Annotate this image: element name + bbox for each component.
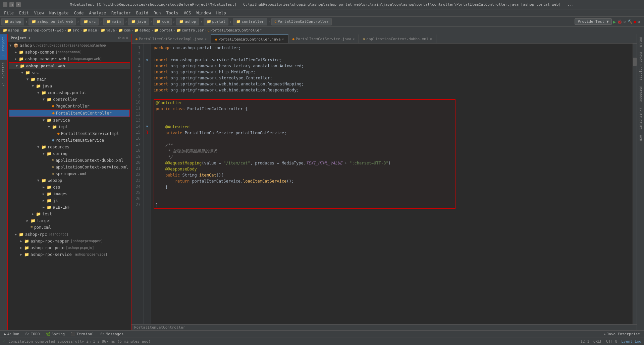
code-content[interactable]: package com.ashop.portal.controller; imp… [151, 44, 633, 324]
bottom-run[interactable]: ▶ 4: Run [1, 331, 22, 338]
bottom-terminal[interactable]: ⬛ Terminal [68, 331, 97, 338]
tree-webinf[interactable]: ▶ 📁 WEB-INF [9, 204, 130, 211]
tree-webapp[interactable]: ▼ 📁 webapp [9, 177, 130, 184]
tree-images[interactable]: ▶ 📁 images [9, 191, 130, 197]
tree-impl-folder[interactable]: ▼ 📁 impl [9, 124, 130, 130]
status-event-log[interactable]: Event Log [621, 339, 641, 344]
tree-main[interactable]: ▼ 📁 main [9, 76, 130, 83]
tree-rpc-pojo[interactable]: ▶ 📁 ashop-rpc-pojo [ashoprpcpojo] [8, 245, 131, 251]
bottom-spring[interactable]: 🌿 Spring [43, 331, 68, 338]
window-minimize[interactable]: − [3, 2, 7, 7]
menu-vcs[interactable]: VCS [181, 9, 194, 16]
window-maximize[interactable]: □ [9, 2, 14, 7]
tree-dubbo-xml[interactable]: ≋ applicationContext-dubbo.xml [9, 157, 130, 164]
menu-run[interactable]: Run [151, 9, 164, 16]
menu-tools[interactable]: Tools [164, 9, 181, 16]
tree-service-interface[interactable]: ● PortalItemCatService [9, 137, 130, 144]
tree-service-folder[interactable]: ▼ 📁 service [9, 117, 130, 124]
project-close[interactable]: × [126, 36, 128, 40]
tree-portal-item-cat-controller[interactable]: ● PortalItemCatController → [9, 110, 130, 117]
project-settings[interactable]: ⚙ [122, 36, 125, 40]
menu-code[interactable]: Code [71, 9, 87, 16]
toolbar-com[interactable]: 📁 com [153, 18, 172, 25]
breadcrumb-src[interactable]: src [72, 28, 79, 32]
menu-window[interactable]: Window [194, 9, 213, 16]
side-tab-structure[interactable]: 2: Favorites [0, 60, 7, 89]
tab-close-controller[interactable]: × [282, 38, 284, 41]
tree-test[interactable]: ▶ 📁 test [9, 211, 130, 217]
breadcrumb-ashop2[interactable]: ashop [140, 28, 151, 32]
stop-button[interactable]: ■ [634, 19, 636, 24]
window-close[interactable]: × [16, 2, 21, 7]
tab-controller[interactable]: ● PortalItemCatController.java × [211, 34, 288, 43]
side-tab-maven[interactable]: Maven Projects [637, 50, 644, 83]
tree-page-controller[interactable]: ● PageController [9, 103, 130, 110]
tab-close-dubbo[interactable]: × [430, 37, 432, 41]
build-button[interactable]: 🔨 [628, 19, 633, 24]
bottom-messages[interactable]: 0: Messages [98, 331, 126, 338]
tree-ashop-common[interactable]: ▶ 📁 ashop-common [ashopcommon] [8, 49, 131, 56]
tree-com-ashop-portal[interactable]: ▼ 📁 com.ashop.portal [9, 89, 130, 96]
fold-icon-3[interactable]: ▼ [146, 58, 148, 62]
side-tab-web[interactable]: Web [637, 132, 644, 144]
breadcrumb-controller[interactable]: controller [182, 28, 204, 32]
side-tab-project[interactable]: 1: Project [0, 34, 7, 60]
tree-service-impl[interactable]: ● PortalItemCatServiceImpl [9, 130, 130, 137]
run-button[interactable]: ▶ [613, 19, 616, 24]
tree-src[interactable]: ▼ 📁 src [9, 69, 130, 76]
tree-manager-web[interactable]: ▶ 📁 ashop-manager-web [ashopmanagerweb] [8, 56, 131, 62]
tree-springmvc-xml[interactable]: ≋ springmvc.xml [9, 170, 130, 177]
side-tab-build[interactable]: Build [637, 34, 644, 50]
tree-ashop-rpc[interactable]: ▶ 📁 ashop-rpc [ashoprpc] [8, 231, 131, 238]
menu-view[interactable]: View [32, 9, 47, 16]
tree-service-xml[interactable]: ≋ applicationContext-service.xml [9, 164, 130, 170]
side-tab-z-structure[interactable]: Z-Structure [637, 105, 644, 132]
toolbar-main[interactable]: 📁 main [103, 18, 124, 25]
run-config-selector[interactable]: ProviderTest ▼ [575, 18, 612, 25]
menu-edit[interactable]: Edit [16, 9, 32, 16]
breadcrumb-ashop-label[interactable]: ashop [8, 28, 19, 32]
toolbar-ashop-portal-web[interactable]: 📁 ashop-portal-web [29, 18, 76, 25]
tab-service[interactable]: ● PortalItemCatService.java × [288, 34, 359, 43]
tab-close-service[interactable]: × [353, 37, 355, 41]
tree-ashop[interactable]: ▼ 📦 ashop C:\githubRepositories\shopping… [8, 42, 131, 49]
breadcrumb-ashop[interactable]: 📁 [3, 28, 7, 32]
tree-controller-folder[interactable]: ▼ 📁 controller [9, 96, 130, 103]
toolbar-ashop[interactable]: 📁 ashop [1, 18, 24, 25]
breadcrumb-portal-web[interactable]: ashop-portal-web [28, 28, 64, 32]
toolbar-controller[interactable]: 📁 controller [233, 18, 267, 25]
breadcrumb-class[interactable]: PortalItemCatController [210, 28, 261, 32]
breadcrumb-java[interactable]: java [106, 28, 115, 32]
toolbar-src[interactable]: 📁 src [80, 18, 99, 25]
tree-css[interactable]: ▶ 📁 css [9, 184, 130, 191]
vertical-scrollbar[interactable] [633, 44, 637, 324]
breadcrumb-portal[interactable]: portal [159, 28, 173, 32]
tree-rpc-service[interactable]: ▶ 📁 ashop-rpc-service [ashoprpcservice] [8, 251, 131, 258]
tab-close-impl[interactable]: × [205, 37, 207, 41]
debug-button[interactable]: 🐞 [617, 19, 622, 24]
tree-rpc-mapper[interactable]: ▶ 📁 ashop-rpc-mapper [ashoprpcmapper] [8, 238, 131, 245]
tree-resources[interactable]: ▼ 📁 resources [9, 144, 130, 150]
tree-pom[interactable]: ≋ pom.xml [9, 224, 130, 231]
menu-help[interactable]: Help [214, 9, 229, 16]
coverage-button[interactable]: ☑ [624, 19, 626, 24]
tree-target[interactable]: ▶ 📁 target [9, 217, 130, 224]
toolbar-controller-class[interactable]: C PortalItemCatController [271, 18, 332, 25]
tree-js[interactable]: ▶ 📁 js [9, 197, 130, 204]
menu-build[interactable]: Build [133, 9, 151, 16]
tree-spring[interactable]: ▼ 📁 spring [9, 150, 130, 157]
bottom-todo[interactable]: 6: TODO [23, 331, 43, 338]
tab-service-impl[interactable]: ● PortalItemCatServiceImpl.java × [131, 34, 211, 43]
tab-dubbo[interactable]: ≋ applicationContext-dubbo.xml × [359, 34, 436, 43]
more-button[interactable]: ⚙ [638, 19, 640, 24]
menu-navigate[interactable]: Navigate [47, 9, 71, 16]
side-tab-database[interactable]: Database [637, 83, 644, 105]
breadcrumb-com[interactable]: com [124, 28, 130, 32]
menu-refactor[interactable]: Refactor [109, 9, 133, 16]
tree-java[interactable]: ▼ 📁 java [9, 83, 130, 89]
toolbar-ashop2[interactable]: 📁 ashop [176, 18, 199, 25]
fold-icon-14[interactable]: ▼ [146, 125, 148, 128]
tree-portal-web[interactable]: ▼ 📁 ashop-portal-web [9, 63, 130, 69]
bottom-java-enterprise[interactable]: ☕ Java Enterprise [601, 331, 643, 338]
project-tree[interactable]: ▼ 📦 ashop C:\githubRepositories\shopping… [8, 42, 131, 330]
